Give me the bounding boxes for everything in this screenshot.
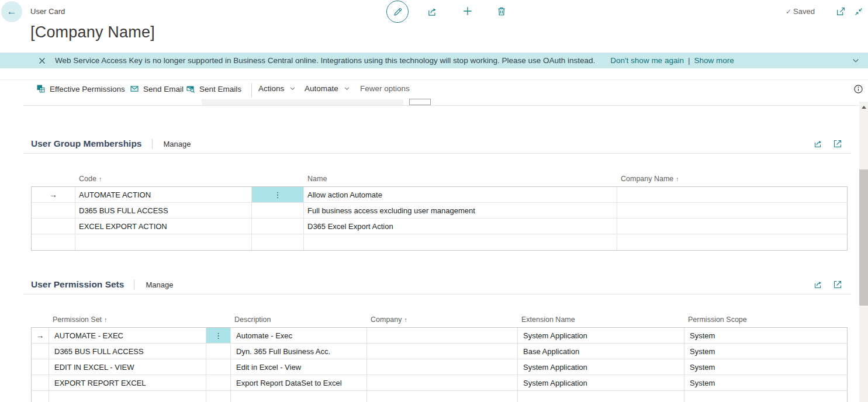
cell-permission-scope[interactable]: System (684, 375, 847, 390)
cell-permission-set[interactable]: EDIT IN EXCEL - VIEW (49, 359, 206, 375)
collapse-button[interactable] (854, 7, 863, 16)
table-row[interactable]: EXPORT REPORT EXCEL Export Report DataSe… (32, 375, 847, 391)
cell-description[interactable]: Automate - Exec (231, 328, 367, 343)
permission-sets-section-actions (814, 280, 842, 289)
table-row[interactable]: EDIT IN EXCEL - VIEW Edit in Excel - Vie… (32, 359, 847, 375)
clipped-field-input[interactable] (202, 99, 403, 105)
cell-permission-set[interactable]: AUTOMATE - EXEC (49, 328, 206, 343)
cell-company[interactable] (367, 344, 518, 359)
cell-name[interactable] (304, 234, 617, 250)
cell-name[interactable]: D365 Excel Export Action (304, 219, 617, 234)
share-section-button[interactable] (814, 280, 823, 289)
table-row[interactable] (32, 234, 847, 250)
column-header-description[interactable]: Description (230, 316, 366, 324)
cell-extension-name[interactable]: Base Application (518, 344, 684, 359)
open-in-new-window-button[interactable] (836, 6, 846, 16)
banner-show-more-link[interactable]: Show more (694, 56, 734, 65)
column-header-permission-set[interactable]: Permission Set ↑ (49, 316, 206, 324)
cell-code[interactable] (75, 234, 252, 250)
cell-code[interactable]: EXCEL EXPORT ACTION (75, 219, 252, 234)
cell-description[interactable]: Export Report DataSet to Excel (231, 375, 367, 390)
row-options-cell[interactable] (206, 375, 231, 390)
column-header-company-name[interactable]: Company Name ↑ (617, 175, 846, 183)
table-row[interactable]: D365 BUS FULL ACCESS Full business acces… (32, 203, 847, 219)
banner-expand-button[interactable] (852, 57, 860, 64)
row-options-cell[interactable] (206, 391, 231, 402)
table-row[interactable]: D365 BUS FULL ACCESS Dyn. 365 Full Busin… (32, 344, 847, 359)
cell-code[interactable]: AUTOMATE ACTION (75, 187, 252, 202)
vertical-scrollbar-thumb[interactable] (859, 169, 868, 306)
sent-emails-button[interactable]: Sent Emails (186, 84, 241, 93)
open-subpage-button[interactable] (833, 280, 842, 289)
cell-company[interactable] (367, 359, 518, 375)
cell-permission-scope[interactable]: System (684, 344, 847, 359)
manage-button[interactable]: Manage (146, 280, 173, 289)
row-options-cell[interactable] (206, 344, 231, 359)
delete-button[interactable] (496, 6, 507, 16)
actions-menu-button[interactable]: Actions (258, 84, 296, 93)
row-options-cell[interactable]: ⋮ (206, 328, 231, 343)
cell-company[interactable] (367, 391, 518, 402)
section-rule (23, 153, 851, 154)
open-subpage-button[interactable] (833, 139, 842, 148)
column-header-name[interactable]: Name (303, 175, 617, 183)
banner-close-button[interactable] (39, 57, 46, 64)
cell-company[interactable] (367, 328, 518, 343)
cell-name[interactable]: Allow action Automate (304, 187, 617, 202)
cell-company-name[interactable] (617, 203, 847, 218)
share-section-button[interactable] (814, 139, 823, 148)
cell-company-name[interactable] (617, 234, 847, 250)
row-options-cell[interactable]: ⋮ (252, 187, 304, 202)
scroll-up-button[interactable] (859, 103, 868, 111)
clipped-field-button[interactable] (409, 99, 431, 105)
cell-permission-scope[interactable]: System (684, 359, 847, 375)
fewer-options-button[interactable]: Fewer options (360, 84, 410, 93)
cell-extension-name[interactable]: System Application (518, 359, 684, 375)
table-row[interactable]: EXCEL EXPORT ACTION D365 Excel Export Ac… (32, 219, 847, 234)
content-divider (23, 105, 859, 106)
cell-company-name[interactable] (617, 219, 847, 234)
cell-extension-name[interactable]: System Application (518, 328, 684, 343)
cell-description[interactable]: Dyn. 365 Full Business Acc. (231, 344, 367, 359)
row-options-cell[interactable] (252, 219, 304, 234)
banner-dismiss-link[interactable]: Don't show me again (610, 56, 684, 65)
cell-company-name[interactable] (617, 187, 847, 202)
automate-menu-button[interactable]: Automate (305, 84, 350, 93)
share-button[interactable] (427, 6, 438, 17)
section-header-divider (152, 139, 153, 149)
back-button[interactable]: ← (1, 1, 22, 22)
cell-name[interactable]: Full business access excluding user mana… (304, 203, 617, 218)
row-options-cell[interactable] (252, 234, 304, 250)
cell-code[interactable]: D365 BUS FULL ACCESS (75, 203, 252, 218)
edit-button[interactable] (386, 1, 409, 23)
send-email-button[interactable]: Send Email (130, 84, 184, 93)
effective-permissions-button[interactable]: Effective Permissions (36, 84, 125, 93)
table-row[interactable]: → AUTOMATE - EXEC ⋮ Automate - Exec Syst… (32, 328, 847, 344)
column-header-extension-name[interactable]: Extension Name (517, 316, 684, 324)
manage-button[interactable]: Manage (164, 140, 191, 148)
table-row[interactable] (32, 391, 847, 402)
cell-permission-set[interactable] (49, 391, 206, 402)
cell-permission-scope[interactable] (684, 391, 847, 402)
group-memberships-section-actions (814, 139, 842, 148)
cell-extension-name[interactable] (518, 391, 684, 402)
column-header-code[interactable]: Code ↑ (75, 175, 251, 183)
new-button[interactable] (462, 6, 473, 16)
column-header-company[interactable]: Company ↑ (366, 316, 517, 324)
cell-extension-name[interactable]: System Application (518, 375, 684, 390)
row-options-cell[interactable] (206, 359, 231, 375)
cell-company[interactable] (367, 375, 518, 390)
chevron-down-icon (852, 57, 860, 64)
pencil-icon (393, 7, 403, 17)
cell-permission-set[interactable]: D365 BUS FULL ACCESS (49, 344, 206, 359)
cell-permission-scope[interactable]: System (684, 328, 847, 343)
group-memberships-table: → AUTOMATE ACTION ⋮ Allow action Automat… (31, 186, 848, 251)
row-options-cell[interactable] (252, 203, 304, 218)
page-info-button[interactable] (853, 84, 863, 94)
cell-permission-set[interactable]: EXPORT REPORT EXCEL (49, 375, 206, 390)
cell-description[interactable]: Edit in Excel - View (231, 359, 367, 375)
cell-description[interactable] (231, 391, 367, 402)
column-header-permission-scope[interactable]: Permission Scope (684, 316, 846, 324)
table-row[interactable]: → AUTOMATE ACTION ⋮ Allow action Automat… (32, 187, 847, 203)
mail-search-icon (186, 84, 195, 93)
